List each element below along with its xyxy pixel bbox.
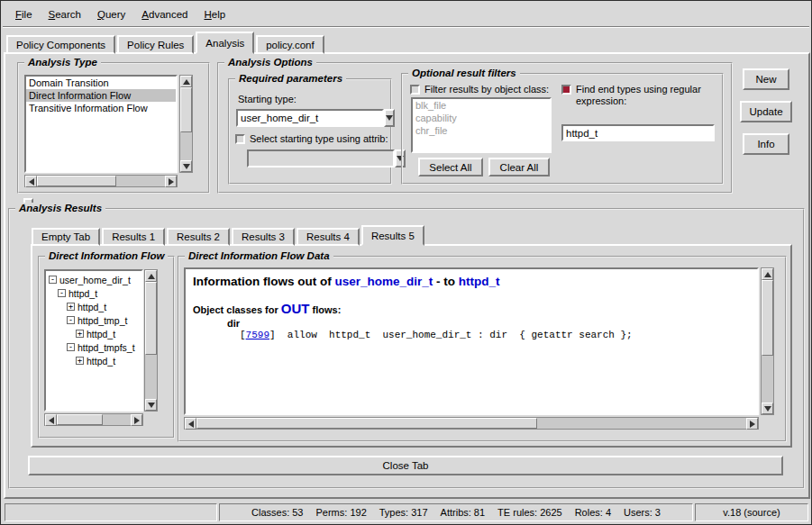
- scrollbar-thumb[interactable]: [180, 87, 192, 132]
- tree-expander-icon[interactable]: -: [67, 316, 75, 324]
- attrib-checkbox[interactable]: [235, 134, 245, 144]
- scrollbar-thumb[interactable]: [37, 176, 116, 186]
- menu-file[interactable]: File: [8, 6, 40, 23]
- tab-results-2[interactable]: Results 2: [167, 228, 230, 246]
- menu-separator: [3, 26, 809, 28]
- tree-node[interactable]: +httpd_t: [47, 354, 141, 367]
- scroll-right-icon[interactable]: [746, 418, 758, 430]
- scroll-up-icon[interactable]: [762, 268, 773, 280]
- update-button[interactable]: Update: [740, 101, 792, 122]
- scroll-left-icon[interactable]: [25, 176, 37, 187]
- scroll-left-icon[interactable]: [185, 418, 196, 430]
- tab-results-4[interactable]: Results 4: [297, 228, 360, 246]
- flow-tree-vscrollbar[interactable]: [144, 269, 158, 412]
- scroll-down-icon[interactable]: [180, 160, 192, 172]
- analysis-type-vscrollbar[interactable]: [179, 75, 193, 173]
- scroll-left-icon[interactable]: [45, 414, 57, 426]
- stat-roles: Roles: 4: [575, 507, 611, 518]
- tab-analysis[interactable]: Analysis: [196, 32, 254, 54]
- tree-expander-icon[interactable]: +: [76, 357, 84, 365]
- flow-tree-hscrollbar[interactable]: [44, 413, 143, 426]
- starting-type-input[interactable]: [236, 109, 384, 127]
- tree-node-label[interactable]: httpd_t: [87, 329, 115, 339]
- regex-checkbox-row: Find end types using regular expression:: [561, 84, 716, 107]
- flow-headline: Information flows out of user_home_dir_t…: [193, 275, 750, 288]
- tree-node[interactable]: -httpd_tmpfs_t: [47, 340, 141, 354]
- list-item-transitive-information-flow[interactable]: Transitive Information Flow: [26, 102, 176, 114]
- scroll-up-icon[interactable]: [180, 76, 192, 87]
- tree-node[interactable]: -user_home_dir_t: [47, 273, 141, 286]
- menu-query[interactable]: Query: [90, 6, 132, 23]
- results-tab-bar: Empty Tab Results 1 Results 2 Results 3 …: [32, 225, 426, 246]
- stat-attribs: Attribs: 81: [441, 507, 486, 518]
- tree-expander-icon[interactable]: -: [67, 343, 75, 351]
- list-item-domain-transition[interactable]: Domain Transition: [26, 77, 176, 89]
- menu-advanced[interactable]: Advanced: [134, 6, 195, 23]
- scroll-up-icon[interactable]: [145, 270, 157, 282]
- attrib-combobox: [247, 149, 380, 167]
- tree-node-label[interactable]: httpd_t: [87, 356, 115, 367]
- flow-data-vscrollbar[interactable]: [761, 267, 774, 415]
- status-panel-version: v.18 (source): [695, 503, 808, 521]
- attrib-input: [247, 149, 395, 167]
- headline-connector: - to: [433, 275, 459, 288]
- starting-type-combobox: [236, 109, 385, 127]
- tab-policy-rules[interactable]: Policy Rules: [117, 35, 194, 54]
- app-window: File Search Query Advanced Help Policy C…: [0, 0, 812, 525]
- analysis-type-hscrollbar[interactable]: [24, 175, 178, 187]
- tree-node[interactable]: -httpd_t: [47, 286, 141, 300]
- flow-tree[interactable]: -user_home_dir_t -httpd_t +httpd_t -http…: [44, 269, 143, 412]
- headline-source-type: user_home_dir_t: [334, 275, 433, 288]
- menu-search[interactable]: Search: [41, 6, 88, 23]
- tree-node[interactable]: -httpd_tmp_t: [47, 313, 141, 327]
- tree-node-label[interactable]: httpd_tmpfs_t: [78, 342, 135, 353]
- tree-expander-icon[interactable]: +: [67, 303, 75, 311]
- scrollbar-thumb[interactable]: [762, 280, 773, 356]
- flow-data-hscrollbar[interactable]: [184, 417, 759, 430]
- regex-checkbox[interactable]: [561, 85, 571, 95]
- flow-classes-line: Object classes for OUT flows:: [193, 301, 750, 316]
- tab-empty-tab[interactable]: Empty Tab: [32, 228, 100, 246]
- tree-expander-icon[interactable]: +: [76, 330, 84, 338]
- tree-node-label[interactable]: user_home_dir_t: [59, 275, 131, 285]
- tree-node-label[interactable]: httpd_t: [68, 288, 97, 299]
- tab-results-5[interactable]: Results 5: [361, 225, 424, 246]
- scrollbar-thumb[interactable]: [57, 414, 103, 425]
- main-tab-bar: Policy Components Policy Rules Analysis …: [6, 32, 326, 54]
- scroll-right-icon[interactable]: [165, 176, 177, 187]
- scrollbar-thumb[interactable]: [196, 418, 537, 429]
- starting-type-dropdown-icon[interactable]: [384, 109, 395, 127]
- new-button[interactable]: New: [743, 68, 789, 90]
- scroll-right-icon[interactable]: [131, 414, 142, 426]
- analysis-type-listbox[interactable]: Domain Transition Direct Information Flo…: [24, 75, 178, 173]
- regex-input[interactable]: [561, 124, 715, 141]
- stat-types: Types: 317: [379, 507, 428, 518]
- rule-id-link[interactable]: 7599: [246, 330, 269, 340]
- tree-node-label[interactable]: httpd_t: [78, 302, 106, 312]
- select-all-button[interactable]: Select All: [418, 158, 483, 177]
- rule-bracket: ]: [269, 330, 276, 340]
- rule-line: [7599] allow httpd_t user_home_dir_t : d…: [240, 330, 750, 340]
- tree-node[interactable]: +httpd_t: [47, 327, 141, 340]
- tab-policy-conf[interactable]: policy.conf: [256, 35, 324, 54]
- tree-expander-icon[interactable]: -: [49, 276, 57, 284]
- tab-policy-components[interactable]: Policy Components: [6, 35, 115, 54]
- tree-node[interactable]: +httpd_t: [47, 300, 141, 313]
- clear-all-button[interactable]: Clear All: [488, 158, 550, 177]
- list-item-direct-information-flow[interactable]: Direct Information Flow: [26, 89, 176, 102]
- object-class-item: capability: [413, 112, 550, 124]
- scroll-down-icon[interactable]: [145, 399, 157, 411]
- tree-node-label[interactable]: httpd_tmp_t: [78, 315, 127, 326]
- flow-data-textarea[interactable]: Information flows out of user_home_dir_t…: [184, 267, 759, 415]
- stat-te-rules: TE rules: 2625: [497, 507, 562, 518]
- tab-results-3[interactable]: Results 3: [232, 228, 295, 246]
- scroll-down-icon[interactable]: [762, 403, 773, 414]
- info-button[interactable]: Info: [743, 133, 789, 155]
- tree-expander-icon[interactable]: -: [58, 289, 66, 297]
- filter-object-class-checkbox[interactable]: [410, 85, 420, 95]
- menu-help[interactable]: Help: [196, 6, 233, 23]
- scrollbar-thumb[interactable]: [145, 282, 157, 355]
- rule-body: allow httpd_t user_home_dir_t : dir { ge…: [276, 330, 633, 340]
- close-tab-button[interactable]: Close Tab: [28, 456, 783, 475]
- tab-results-1[interactable]: Results 1: [102, 228, 165, 246]
